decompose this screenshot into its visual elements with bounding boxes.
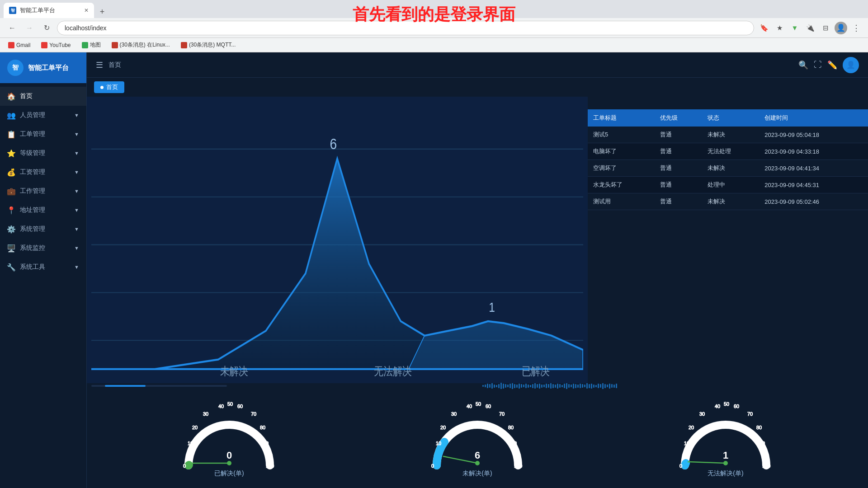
svg-text:已解决: 已解决 — [522, 365, 550, 377]
waveform-bar — [548, 384, 549, 388]
edit-icon[interactable]: ✏️ — [827, 60, 837, 70]
sidebar-title: 智能工单平台 — [28, 64, 69, 72]
level-icon: ⭐ — [7, 149, 15, 157]
waveform-bar — [521, 384, 522, 388]
svg-text:无法解决: 无法解决 — [374, 365, 411, 377]
svg-text:100: 100 — [762, 463, 770, 469]
home-tab-pill[interactable]: 首页 — [94, 81, 124, 93]
forward-button[interactable]: → — [23, 21, 36, 35]
sidebar-item-level[interactable]: ⭐ 等级管理 ▼ — [0, 144, 86, 163]
breadcrumb: 首页 — [108, 61, 121, 69]
col-created: 创建时间 — [759, 109, 868, 127]
search-icon[interactable]: 🔍 — [798, 60, 808, 70]
waveform-bar — [534, 383, 536, 389]
personnel-arrow: ▼ — [74, 113, 79, 118]
svg-text:未解决(单): 未解决(单) — [462, 469, 492, 477]
sidebar-item-personnel[interactable]: 👥 人员管理 ▼ — [0, 106, 86, 125]
table-row[interactable]: 空调坏了 普通 未解决 2023-09-09 04:41:34 — [588, 160, 868, 177]
svg-text:20: 20 — [192, 425, 198, 430]
waveform-bar — [482, 385, 484, 387]
cell-status: 未解决 — [702, 160, 759, 177]
cell-title: 电脑坏了 — [588, 143, 655, 160]
bookmark-mqtt[interactable]: (30条消息) MQTT... — [178, 40, 238, 50]
bookmark-youtube[interactable]: YouTube — [38, 41, 73, 49]
waveform-bar — [600, 384, 601, 388]
svg-text:30: 30 — [699, 411, 705, 417]
svg-text:6: 6 — [330, 135, 337, 152]
waveform-bar — [491, 383, 493, 389]
table-row[interactable]: 电脑坏了 普通 无法处理 2023-09-09 04:33:18 — [588, 143, 868, 160]
svg-text:10: 10 — [188, 441, 193, 446]
waveform-bar — [543, 385, 545, 387]
fullscreen-icon[interactable]: ⛶ — [814, 60, 822, 70]
work-icon: 💼 — [7, 187, 15, 195]
cell-title: 测试5 — [588, 127, 655, 143]
decorative-dots — [665, 100, 764, 106]
waveform-bar — [591, 384, 592, 389]
nav-bar: ← → ↻ localhost/index 🔖 ★ ▼ 🔌 ⊟ 👤 ⋮ — [0, 18, 868, 38]
cell-status: 未解决 — [702, 127, 759, 143]
table-row[interactable]: 水龙头坏了 普通 处理中 2023-09-09 04:45:31 — [588, 177, 868, 193]
workorder-arrow: ▼ — [74, 131, 79, 137]
waveform-bar — [539, 384, 540, 389]
svg-text:40: 40 — [218, 404, 224, 409]
sidebar-item-home[interactable]: 🏠 首页 — [0, 87, 86, 106]
bookmark-maps[interactable]: 地图 — [79, 40, 104, 50]
cell-title: 空调坏了 — [588, 160, 655, 177]
waveform-bar — [598, 384, 599, 388]
cell-title: 测试用 — [588, 193, 655, 210]
cell-priority: 普通 — [655, 160, 702, 177]
tab-close-button[interactable]: ✕ — [84, 7, 89, 14]
level-arrow: ▼ — [74, 150, 79, 156]
sidebar-item-sysmanage[interactable]: ⚙️ 系统管理 ▼ — [0, 220, 86, 239]
table-row[interactable]: 测试用 普通 未解决 2023-09-09 05:02:46 — [588, 193, 868, 210]
waveform-bar — [494, 385, 495, 388]
nav-actions: 🔖 ★ ▼ 🔌 ⊟ 👤 ⋮ — [758, 22, 863, 34]
gauge-svg-cannot: 0 10 20 30 40 50 60 70 80 90 100 — [676, 393, 775, 483]
address-icon: 📍 — [7, 206, 15, 214]
sidebar-item-work[interactable]: 💼 工作管理 ▼ — [0, 182, 86, 201]
cell-created: 2023-09-09 05:04:18 — [759, 127, 868, 143]
sidebar-item-address[interactable]: 📍 地址管理 ▼ — [0, 201, 86, 220]
split-view-button[interactable]: ⊟ — [819, 22, 832, 34]
extension-button-2[interactable]: 🔌 — [804, 22, 816, 34]
waveform-bar — [593, 385, 594, 388]
account-button[interactable]: 👤 — [835, 22, 847, 34]
svg-text:60: 60 — [237, 404, 243, 409]
waveform-bar — [566, 383, 567, 389]
reload-button[interactable]: ↻ — [40, 21, 53, 35]
bookmark-gmail[interactable]: Gmail — [5, 41, 33, 49]
svg-text:60: 60 — [734, 404, 739, 409]
sidebar-item-salary[interactable]: 💰 工资管理 ▼ — [0, 163, 86, 182]
new-tab-button[interactable]: + — [96, 5, 108, 18]
extension-button-1[interactable]: ▼ — [788, 22, 801, 34]
svg-text:40: 40 — [715, 404, 720, 409]
active-tab[interactable]: 智 智能工单平台 ✕ — [4, 3, 94, 18]
gauge-unresolved: 0 10 20 30 40 50 60 70 80 90 100 — [353, 393, 601, 483]
hamburger-menu[interactable]: ☰ — [96, 60, 103, 70]
star-button[interactable]: ★ — [773, 22, 786, 34]
sidebar-item-workorder[interactable]: 📋 工单管理 ▼ — [0, 125, 86, 144]
table-row[interactable]: 测试5 普通 未解决 2023-09-09 05:04:18 — [588, 127, 868, 143]
sidebar-item-systool[interactable]: 🔧 系统工具 ▼ — [0, 258, 86, 277]
cell-created: 2023-09-09 04:41:34 — [759, 160, 868, 177]
sidebar-item-sysmonitor[interactable]: 🖥️ 系统监控 ▼ — [0, 239, 86, 258]
gauge-svg-unresolved: 0 10 20 30 40 50 60 70 80 90 100 — [428, 393, 527, 483]
dashboard: 6 1 未解决 无法解决 已解决 — [87, 97, 868, 488]
scrollbar-section — [87, 383, 868, 389]
bookmark-linux[interactable]: (30条消息) 在Linux... — [109, 40, 173, 50]
tab-favicon: 智 — [9, 7, 16, 14]
systool-arrow: ▼ — [74, 264, 79, 270]
svg-text:1: 1 — [489, 300, 495, 315]
address-bar[interactable]: localhost/index — [57, 21, 754, 35]
waveform-bar — [487, 384, 488, 388]
svg-text:80: 80 — [756, 425, 762, 430]
systool-icon: 🔧 — [7, 263, 15, 271]
back-button[interactable]: ← — [5, 21, 19, 35]
user-avatar[interactable]: 👤 — [843, 57, 859, 73]
bookmark-button[interactable]: 🔖 — [758, 22, 770, 34]
svg-text:30: 30 — [451, 411, 457, 417]
svg-text:10: 10 — [436, 441, 441, 446]
cell-status: 处理中 — [702, 177, 759, 193]
menu-button[interactable]: ⋮ — [850, 22, 863, 34]
